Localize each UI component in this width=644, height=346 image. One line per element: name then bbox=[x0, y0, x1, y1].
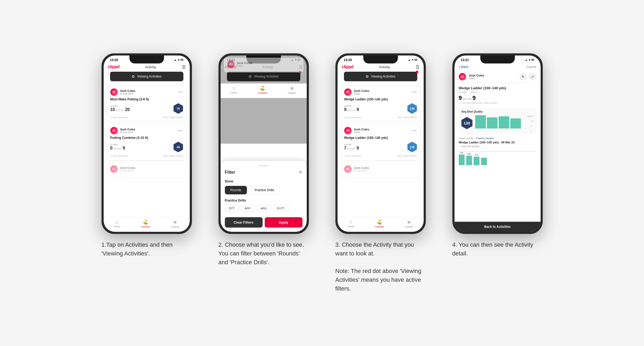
back-to-activities-btn[interactable]: Back to Activities bbox=[454, 222, 541, 232]
more-dots-1-2[interactable]: ••• bbox=[178, 129, 183, 133]
activity-card-1-1[interactable]: JC Josh Coles 28 Feb 2023 ••• Must Make … bbox=[107, 86, 187, 122]
outof-3-1: OUT OF bbox=[347, 109, 355, 112]
detail-user-date: Today bbox=[469, 77, 485, 80]
nav-activities-1[interactable]: ⛳ Activities bbox=[141, 220, 150, 228]
user-name-3-1: Josh Coles bbox=[354, 89, 369, 92]
phone-2: 13:21 ▲ ✦ 44 clippd Activity ☰ ⚙ Viewing… bbox=[218, 53, 309, 234]
nav-activities-2[interactable]: ⛳ Activities bbox=[258, 86, 267, 94]
caption-2: 2. Choose what you'd like to see. You ca… bbox=[218, 240, 309, 267]
footer-left-1-1: ⓘ Test Information bbox=[110, 116, 128, 119]
user-info-1-2: JC Josh Coles 28 Feb 2023 bbox=[110, 127, 136, 134]
stat-group-3-1: Score 9 OUT OF 9 bbox=[344, 105, 359, 112]
home-icon-3: ⌂ bbox=[350, 220, 352, 224]
phone-4: 13:21 ▲ ✦ 44 < Back Cancel JC Josh Coles… bbox=[452, 53, 543, 234]
nav-capture-1[interactable]: ⊕ Capture bbox=[171, 220, 179, 228]
viewing-banner-1[interactable]: ⚙ Viewing Activities bbox=[110, 72, 183, 81]
activity-list-3: JC Josh Coles Today ••• Wedge Ladder (10… bbox=[338, 83, 424, 217]
tag-putt[interactable]: PUTT bbox=[273, 205, 289, 212]
status-icons-1: ▲ ✦ 44 bbox=[174, 58, 183, 61]
cancel-btn[interactable]: Cancel bbox=[526, 65, 536, 69]
status-icons-3: ▲ ✦ 44 bbox=[408, 58, 417, 61]
practice-session-link[interactable]: Practice Session bbox=[476, 137, 494, 140]
bg-user-date: Today bbox=[237, 65, 252, 67]
activity-card-3-3: JC Josh Coles 28 Feb 2023 bbox=[341, 163, 420, 177]
more-dots-1-1[interactable]: ••• bbox=[178, 90, 183, 94]
more-dots-3-1[interactable]: ••• bbox=[412, 90, 417, 94]
nav-capture-label-3: Capture bbox=[405, 225, 413, 228]
hamburger-1[interactable]: ☰ bbox=[182, 65, 186, 70]
rounds-btn[interactable]: Rounds bbox=[225, 186, 247, 194]
nav-home-3[interactable]: ⌂ Home bbox=[348, 220, 354, 228]
shots-value-1-2: 9 bbox=[123, 146, 125, 151]
home-icon-2: ⌂ bbox=[233, 86, 235, 91]
bg-user-info: JC Josh Coles Today bbox=[227, 61, 252, 68]
bg-avatar: JC bbox=[227, 61, 235, 68]
player-activity-label: Player Activity > Practice Session bbox=[459, 137, 536, 140]
score-value-3-1: 9 bbox=[344, 107, 347, 112]
session-subtitle: --- Avg Shot Quality bbox=[459, 145, 536, 148]
phone-1-screen: 13:20 ▲ ✦ 44 clippd Activity ☰ ⚙ Viewing… bbox=[104, 55, 190, 232]
clear-filters-btn[interactable]: Clear Filters bbox=[225, 217, 263, 228]
y-label-0: 0 bbox=[531, 130, 534, 132]
phone-1: 13:20 ▲ ✦ 44 clippd Activity ☰ ⚙ Viewing… bbox=[102, 53, 192, 234]
tag-arg[interactable]: ARG bbox=[257, 205, 271, 212]
phone2-bg: JC Josh Coles Today bbox=[221, 55, 307, 144]
card-header-1-3: JC Josh Coles 28 Feb 2023 bbox=[110, 165, 183, 173]
user-info-1-1: JC Josh Coles 28 Feb 2023 bbox=[110, 88, 136, 96]
detail-title-col: Wedge Ladder (100–140 yds) Score Shots 9… bbox=[459, 86, 536, 104]
filter-close-btn[interactable]: ✕ bbox=[298, 169, 302, 175]
apply-btn[interactable]: Apply bbox=[265, 217, 302, 228]
header-title-1: Activity bbox=[145, 65, 156, 69]
nav-activities-label-3: Activities bbox=[375, 225, 384, 228]
activities-icon-1: ⛳ bbox=[143, 220, 148, 225]
score-row-3-2: 7 OUT OF 9 bbox=[344, 146, 359, 151]
back-btn[interactable]: < Back bbox=[459, 65, 469, 69]
detail-header: < Back Cancel bbox=[454, 63, 541, 71]
footer-left-1-2: ⓘ Test Information bbox=[110, 155, 128, 157]
bottom-nav-2: ⌂ Home ⛳ Activities ⊕ Capture bbox=[221, 83, 307, 98]
footer-right-3-2: Data: Clippd Capture bbox=[397, 155, 417, 157]
card-footer-1-2: ⓘ Test Information Data: Clippd Capture bbox=[110, 155, 183, 157]
nav-activities-3[interactable]: ⛳ Activities bbox=[375, 220, 384, 228]
detail-shots-label: Shots bbox=[470, 91, 478, 93]
nav-capture-2[interactable]: ⊕ Capture bbox=[288, 86, 296, 94]
stat-group-score-1-2: Score 0 OUT OF 9 bbox=[110, 143, 125, 151]
activity-card-3-2[interactable]: JC Josh Coles Today ••• Wedge Ladder (10… bbox=[341, 124, 420, 160]
nav-capture-3[interactable]: ⊕ Capture bbox=[405, 220, 413, 228]
nav-activities-label-2: Activities bbox=[258, 92, 267, 94]
edit-btn[interactable]: ✎ bbox=[519, 73, 527, 80]
nav-home-1[interactable]: ⌂ Home bbox=[114, 220, 120, 228]
detail-actions: ✎ ⤢ bbox=[519, 73, 536, 80]
tag-ott[interactable]: OTT bbox=[225, 205, 239, 212]
quality-hex-3-1: 130 bbox=[407, 103, 417, 114]
bg-user-name: Josh Coles bbox=[237, 61, 252, 65]
session-bar-2 bbox=[466, 156, 472, 165]
phone-1-column: 13:20 ▲ ✦ 44 clippd Activity ☰ ⚙ Viewing… bbox=[96, 53, 197, 258]
detail-data-text: Data: Clippd Capture bbox=[478, 102, 498, 104]
phone-3-screen: 13:20 ▲ ✦ 44 clippd Activity ☰ ⚙ Viewing… bbox=[338, 55, 424, 232]
user-name-3-2: Josh Coles bbox=[354, 128, 369, 131]
more-dots-3-2[interactable]: ••• bbox=[412, 129, 417, 133]
phone-notch-4 bbox=[480, 55, 515, 63]
avatar-1-2: JC bbox=[110, 127, 118, 134]
phone-2-screen: 13:21 ▲ ✦ 44 clippd Activity ☰ ⚙ Viewing… bbox=[221, 55, 307, 232]
phone-notch-1 bbox=[129, 55, 164, 63]
practice-drills-btn[interactable]: Practice Drills bbox=[249, 186, 280, 194]
card-footer-3-1: ⓘ Test Information Data: Clippd Capture bbox=[344, 116, 417, 119]
activity-card-3-1[interactable]: JC Josh Coles Today ••• Wedge Ladder (10… bbox=[341, 86, 420, 122]
user-name-1-3: Josh Coles bbox=[120, 166, 136, 169]
tag-app[interactable]: APP bbox=[241, 205, 255, 212]
session-bar-3 bbox=[474, 157, 479, 165]
outof-1-2: OUT OF bbox=[113, 148, 121, 150]
detail-score-section: Wedge Ladder (100–140 yds) Score Shots 9… bbox=[459, 86, 536, 104]
outof-1-1: OUT OF bbox=[116, 109, 124, 112]
hamburger-3[interactable]: ☰ bbox=[416, 65, 419, 70]
session-bar-chart: 132 129 124 bbox=[459, 149, 536, 165]
activity-card-1-2[interactable]: JC Josh Coles 28 Feb 2023 ••• Putting Co… bbox=[107, 124, 187, 160]
detail-user-name: Josh Coles bbox=[469, 74, 485, 77]
filter-tag-group: OTT APP ARG PUTT bbox=[225, 205, 302, 212]
bg-card-header: JC Josh Coles Today bbox=[227, 61, 300, 68]
nav-home-2[interactable]: ⌂ Home bbox=[231, 86, 237, 94]
viewing-banner-3[interactable]: ⚙ Viewing Activities bbox=[344, 72, 417, 81]
expand-btn[interactable]: ⤢ bbox=[529, 73, 536, 80]
